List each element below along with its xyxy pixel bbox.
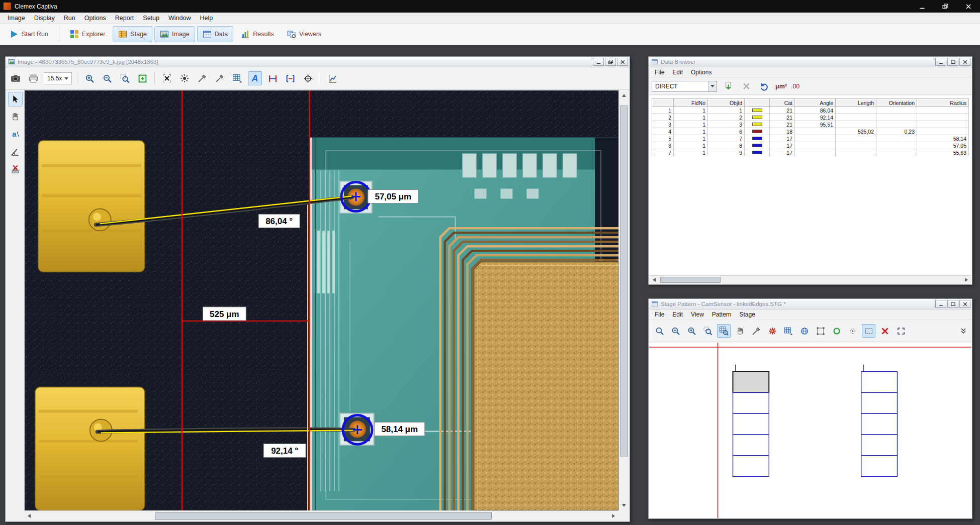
annotation-toggle-button[interactable] [248,71,262,85]
pattern-cell[interactable] [733,435,769,456]
combobox-dropdown-button[interactable] [708,81,717,91]
zoom-level-select[interactable]: 15.5x [44,72,72,84]
scroll-right-button[interactable] [608,511,618,521]
zoom-region-button[interactable] [118,71,132,85]
pen-picker-button[interactable] [213,71,227,85]
sp-zoom-selection-button[interactable] [701,324,715,338]
menubar-item-setup[interactable]: Setup [138,13,164,23]
table-row[interactable]: 5 1 7 17 58,14 [652,135,969,142]
menubar-item-options[interactable]: Options [80,13,111,23]
sp-menu-view[interactable]: View [687,311,708,318]
color-picker-button[interactable] [195,71,209,85]
sp-pipette-button[interactable] [749,324,763,338]
data-table[interactable]: FldNo ObjId Cat Angle Length Orientation… [652,98,969,156]
sp-menu-file[interactable]: File [651,311,668,318]
sp-menu-stage[interactable]: Stage [736,311,759,318]
image-window-titlebar[interactable]: Image - 46307336575_80ec9773e9_k.jpg [20… [6,57,630,67]
col-header-orientation[interactable]: Orientation [876,99,917,107]
sp-zoom-out-button[interactable] [669,324,682,338]
image-window-close-button[interactable] [617,58,628,66]
measurement-label-radius-bottom[interactable]: 58,14 μm [375,422,425,436]
sp-zoom-button[interactable] [653,324,666,338]
hscroll-thumb[interactable] [660,277,721,283]
measure-bracket-button[interactable] [283,71,297,85]
vscroll-thumb[interactable] [620,106,628,457]
table-row[interactable]: 3 1 3 21 95,51 [652,121,969,128]
col-header-cat[interactable]: Cat [770,99,795,107]
scroll-left-button[interactable] [24,511,34,521]
app-maximize-button[interactable] [934,0,957,13]
hscroll-track[interactable] [34,511,608,521]
source-combobox[interactable]: DIRECT [652,81,717,92]
menubar-item-window[interactable]: Window [164,13,195,23]
sp-spot-button[interactable] [846,324,859,338]
pattern-cell[interactable] [733,456,769,477]
app-minimize-button[interactable] [911,0,934,13]
db-menu-edit[interactable]: Edit [668,69,687,76]
col-header-angle[interactable]: Angle [795,99,836,107]
pattern-cell[interactable] [861,392,898,413]
measure-width-button[interactable] [265,71,280,85]
image-window-minimize-button[interactable] [593,58,604,66]
scroll-up-button[interactable] [619,90,629,100]
menubar-item-run[interactable]: Run [59,13,80,23]
sp-delete-button[interactable] [878,324,892,338]
sp-pan-button[interactable] [733,324,747,338]
grid-options-button[interactable] [230,71,244,85]
stage-canvas[interactable] [649,343,971,518]
scroll-left-button[interactable] [649,275,659,285]
menubar-item-report[interactable]: Report [111,13,139,23]
sp-circle-button[interactable] [830,324,843,338]
table-row[interactable]: 6 1 8 17 57,05 [652,142,969,149]
data-browser-minimize-button[interactable] [935,58,946,66]
toolbar-button-results[interactable]: Results [235,26,280,42]
sp-select-button[interactable] [862,324,875,338]
stage-pattern-maximize-button[interactable] [947,300,958,308]
start-run-button[interactable]: Start Run [4,26,54,42]
menubar-item-display[interactable]: Display [30,13,59,23]
toolbar-button-viewers[interactable]: Viewers [282,26,327,42]
pattern-cell[interactable] [861,456,898,477]
measurement-label-length[interactable]: 525 μm [203,307,246,321]
stage-pattern-minimize-button[interactable] [935,300,946,308]
select-tool-button[interactable] [8,92,23,107]
capture-button[interactable] [9,71,23,85]
app-close-button[interactable] [957,0,980,13]
profile-chart-button[interactable] [325,71,339,85]
zoom-in-button[interactable] [82,71,97,85]
sp-expand-button[interactable] [894,324,908,338]
toolbar-button-explorer[interactable]: Explorer [64,26,111,42]
settings-button[interactable] [177,71,192,85]
undo-button[interactable] [757,79,771,93]
delete-annotation-tool-button[interactable] [8,162,23,177]
pattern-cell[interactable] [861,413,898,435]
table-row[interactable]: 4 1 6 18 525,02 0,23 [652,128,969,135]
fit-view-button[interactable] [135,71,149,85]
col-header-fldno[interactable]: FldNo [674,99,708,107]
sp-grid-button[interactable] [781,324,795,338]
hscroll-thumb[interactable] [155,512,492,520]
image-vscrollbar[interactable] [618,90,629,510]
col-header-swatch[interactable] [745,99,770,107]
col-header-length[interactable]: Length [836,99,876,107]
pattern-cell[interactable] [861,435,898,456]
zoom-out-button[interactable] [100,71,114,85]
pattern-grid-2[interactable] [861,372,898,477]
pattern-cell-selected[interactable] [733,372,769,393]
stage-pattern-close-button[interactable] [959,300,970,308]
toolbar-button-stage[interactable]: Stage [113,26,152,42]
data-browser-maximize-button[interactable] [947,58,958,66]
pattern-cell[interactable] [861,372,898,393]
table-row[interactable]: 1 1 1 21 86,04 [652,107,969,114]
image-window-restore-button[interactable] [605,58,616,66]
scroll-down-button[interactable] [619,500,629,510]
menubar-item-help[interactable]: Help [195,13,217,23]
sp-zoom-in-button[interactable] [685,324,698,338]
pattern-cell[interactable] [733,413,769,435]
pan-tool-button[interactable] [8,110,23,124]
image-hscrollbar[interactable] [24,510,618,521]
sp-menu-pattern[interactable]: Pattern [708,311,736,318]
col-header-radius[interactable]: Radius [917,99,969,107]
toolbar-button-image[interactable]: Image [154,26,195,42]
measurement-label-radius-top[interactable]: 57,05 μm [368,190,418,203]
